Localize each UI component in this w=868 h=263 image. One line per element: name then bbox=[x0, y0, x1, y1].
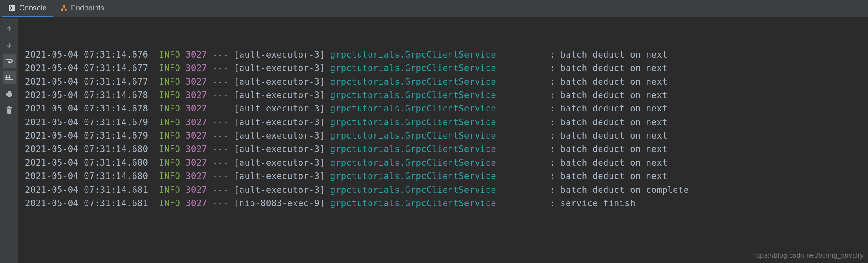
log-level: INFO bbox=[159, 104, 186, 114]
log-message: : batch deduct on next bbox=[550, 50, 668, 60]
log-logger: grpctutorials.GrpcClientService bbox=[330, 117, 544, 127]
tab-console[interactable]: Console bbox=[2, 0, 53, 17]
svg-rect-6 bbox=[8, 95, 11, 97]
log-timestamp: 2021-05-04 07:31:14.678 bbox=[25, 104, 148, 114]
tab-endpoints-label: Endpoints bbox=[71, 4, 104, 13]
log-dash: --- bbox=[213, 63, 229, 73]
log-pid: 3027 bbox=[186, 90, 207, 100]
log-row: 2021-05-04 07:31:14.681 INFO 3027 --- [n… bbox=[25, 197, 862, 210]
log-thread: [nio-8083-exec-9] bbox=[234, 198, 325, 208]
log-thread: [ault-executor-3] bbox=[234, 158, 325, 168]
log-thread: [ault-executor-3] bbox=[234, 131, 325, 141]
log-level: INFO bbox=[159, 77, 186, 87]
log-thread: [ault-executor-3] bbox=[234, 185, 325, 195]
log-dash: --- bbox=[213, 185, 229, 195]
svg-rect-5 bbox=[8, 91, 11, 93]
log-timestamp: 2021-05-04 07:31:14.679 bbox=[25, 117, 148, 127]
scroll-to-end-button[interactable] bbox=[3, 71, 16, 84]
svg-rect-9 bbox=[8, 106, 10, 108]
log-dash: --- bbox=[213, 158, 229, 168]
log-dash: --- bbox=[213, 117, 229, 127]
log-thread: [ault-executor-3] bbox=[234, 144, 325, 154]
log-timestamp: 2021-05-04 07:31:14.677 bbox=[25, 77, 148, 87]
log-level: INFO bbox=[159, 198, 186, 208]
log-row: 2021-05-04 07:31:14.679 INFO 3027 --- [a… bbox=[25, 116, 862, 129]
log-dash: --- bbox=[213, 131, 229, 141]
log-timestamp: 2021-05-04 07:31:14.678 bbox=[25, 90, 148, 100]
log-row: 2021-05-04 07:31:14.680 INFO 3027 --- [a… bbox=[25, 142, 862, 156]
log-level: INFO bbox=[159, 90, 186, 100]
log-logger: grpctutorials.GrpcClientService bbox=[330, 185, 544, 195]
log-logger: grpctutorials.GrpcClientService bbox=[330, 131, 544, 141]
svg-rect-7 bbox=[7, 109, 11, 114]
log-timestamp: 2021-05-04 07:31:14.681 bbox=[25, 185, 148, 195]
log-level: INFO bbox=[159, 50, 186, 60]
log-dash: --- bbox=[213, 171, 229, 181]
log-row: 2021-05-04 07:31:14.678 INFO 3027 --- [a… bbox=[25, 102, 862, 115]
scroll-down-button[interactable] bbox=[3, 38, 16, 52]
log-level: INFO bbox=[159, 158, 186, 168]
log-pid: 3027 bbox=[186, 185, 207, 195]
log-message: : batch deduct on next bbox=[550, 158, 668, 168]
log-logger: grpctutorials.GrpcClientService bbox=[330, 50, 544, 60]
log-dash: --- bbox=[213, 198, 229, 208]
log-thread: [ault-executor-3] bbox=[234, 63, 325, 73]
tab-bar: Console Endpoints bbox=[0, 0, 868, 18]
log-row: 2021-05-04 07:31:14.680 INFO 3027 --- [a… bbox=[25, 169, 862, 183]
log-thread: [ault-executor-3] bbox=[234, 50, 325, 60]
log-thread: [ault-executor-3] bbox=[234, 90, 325, 100]
log-row: 2021-05-04 07:31:14.677 INFO 3027 --- [a… bbox=[25, 61, 862, 75]
log-logger: grpctutorials.GrpcClientService bbox=[330, 90, 544, 100]
log-pid: 3027 bbox=[186, 198, 207, 208]
main: 2021-05-04 07:31:14.676 INFO 3027 --- [a… bbox=[0, 18, 868, 263]
log-dash: --- bbox=[213, 77, 229, 87]
tab-endpoints[interactable]: Endpoints bbox=[53, 0, 111, 17]
log-dash: --- bbox=[213, 50, 229, 60]
log-logger: grpctutorials.GrpcClientService bbox=[330, 104, 544, 114]
log-dash: --- bbox=[213, 104, 229, 114]
log-message: : batch deduct on next bbox=[550, 104, 668, 114]
clear-button[interactable] bbox=[3, 103, 16, 117]
log-level: INFO bbox=[159, 171, 186, 181]
print-button[interactable] bbox=[3, 87, 16, 101]
log-timestamp: 2021-05-04 07:31:14.680 bbox=[25, 144, 148, 154]
log-message: : batch deduct on next bbox=[550, 171, 668, 181]
console-output[interactable]: 2021-05-04 07:31:14.676 INFO 3027 --- [a… bbox=[18, 18, 868, 263]
log-row: 2021-05-04 07:31:14.680 INFO 3027 --- [a… bbox=[25, 156, 862, 169]
log-logger: grpctutorials.GrpcClientService bbox=[330, 171, 544, 181]
log-message: : service finish bbox=[550, 198, 635, 208]
watermark: https://blog.csdn.net/boling_cavalry bbox=[752, 250, 864, 260]
log-message: : batch deduct on next bbox=[550, 117, 668, 127]
log-thread: [ault-executor-3] bbox=[234, 77, 325, 87]
log-row: 2021-05-04 07:31:14.676 INFO 3027 --- [a… bbox=[25, 48, 862, 61]
log-timestamp: 2021-05-04 07:31:14.680 bbox=[25, 158, 148, 168]
log-pid: 3027 bbox=[186, 131, 207, 141]
log-timestamp: 2021-05-04 07:31:14.676 bbox=[25, 50, 148, 60]
soft-wrap-button[interactable] bbox=[3, 54, 16, 68]
log-logger: grpctutorials.GrpcClientService bbox=[330, 144, 544, 154]
log-thread: [ault-executor-3] bbox=[234, 171, 325, 181]
log-pid: 3027 bbox=[186, 77, 207, 87]
log-pid: 3027 bbox=[186, 171, 207, 181]
log-level: INFO bbox=[159, 144, 186, 154]
log-pid: 3027 bbox=[186, 63, 207, 73]
console-icon bbox=[8, 4, 16, 12]
log-message: : batch deduct on next bbox=[550, 144, 668, 154]
log-level: INFO bbox=[159, 131, 186, 141]
log-pid: 3027 bbox=[186, 158, 207, 168]
scroll-up-button[interactable] bbox=[3, 22, 16, 35]
log-message: : batch deduct on next bbox=[550, 90, 668, 100]
log-row: 2021-05-04 07:31:14.681 INFO 3027 --- [a… bbox=[25, 183, 862, 197]
log-level: INFO bbox=[159, 63, 186, 73]
log-level: INFO bbox=[159, 185, 186, 195]
tab-console-label: Console bbox=[19, 4, 47, 13]
log-dash: --- bbox=[213, 90, 229, 100]
log-logger: grpctutorials.GrpcClientService bbox=[330, 63, 544, 73]
log-pid: 3027 bbox=[186, 117, 207, 127]
log-message: : batch deduct on next bbox=[550, 131, 668, 141]
endpoints-icon bbox=[60, 4, 68, 12]
log-level: INFO bbox=[159, 117, 186, 127]
log-dash: --- bbox=[213, 144, 229, 154]
log-row: 2021-05-04 07:31:14.677 INFO 3027 --- [a… bbox=[25, 75, 862, 89]
log-row: 2021-05-04 07:31:14.678 INFO 3027 --- [a… bbox=[25, 89, 862, 102]
